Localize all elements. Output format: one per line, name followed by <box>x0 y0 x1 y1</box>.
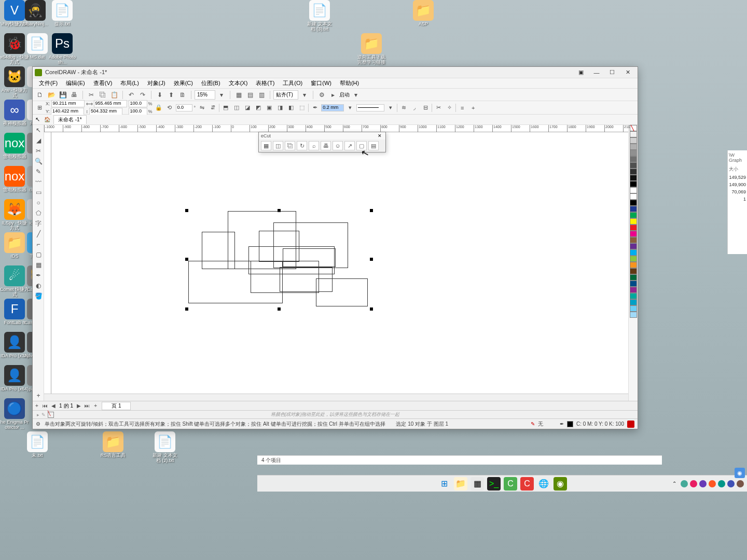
desktop-icon[interactable]: 🥷BinaryNinj... <box>21 0 50 27</box>
freehand-tool[interactable]: ✎ <box>33 166 44 177</box>
new-page-button[interactable]: + <box>91 403 100 409</box>
object-origin-icon[interactable]: ⊞ <box>35 103 44 113</box>
intersect-button[interactable]: ◩ <box>254 103 263 113</box>
pos-x-input[interactable]: 90.211 mm <box>51 100 85 107</box>
desktop-icon[interactable]: 📄新建 文本文档 (2).txt <box>150 431 179 464</box>
maximize-button[interactable]: ☐ <box>604 67 620 78</box>
launch-icon[interactable]: ▸ <box>328 90 338 100</box>
mirror-v-button[interactable]: ⇵ <box>208 103 217 113</box>
smart-fill-tool[interactable]: 🪣 <box>33 291 44 301</box>
connector-tool[interactable]: ⌐ <box>33 239 44 249</box>
polygon-tool[interactable]: ⬠ <box>33 208 44 218</box>
zoom-dropdown[interactable]: 15% <box>195 90 215 100</box>
save-button[interactable]: 💾 <box>58 90 68 100</box>
close-button[interactable]: ✕ <box>620 67 635 78</box>
line-style-dropdown[interactable] <box>356 104 384 111</box>
home-icon[interactable]: 🏠 <box>42 117 52 122</box>
palette-chevron-icon[interactable]: ▸ <box>37 412 39 417</box>
desktop-icon[interactable]: 📄提示.txt <box>48 0 77 27</box>
grid-button[interactable]: ▤ <box>245 90 255 100</box>
drawing-canvas[interactable] <box>51 132 628 394</box>
explorer-button[interactable]: 📁 <box>454 477 467 491</box>
color-swatch[interactable] <box>630 169 637 175</box>
ecut-refresh-button[interactable]: ↻ <box>297 141 307 150</box>
scale-x-input[interactable]: 100.0 <box>129 100 147 107</box>
ellipse-tool[interactable]: ○ <box>33 198 44 208</box>
transparency-tool[interactable]: ▦ <box>33 260 44 270</box>
last-page-button[interactable]: ⏭ <box>83 403 91 409</box>
menu-item[interactable]: 位图(B) <box>197 78 225 88</box>
color-swatch[interactable] <box>630 299 637 305</box>
eyedropper-tool[interactable]: ✒ <box>33 270 44 281</box>
ecut-path-button[interactable]: ↗ <box>344 141 355 150</box>
fill-tool[interactable]: ◐ <box>33 281 44 291</box>
redo-button[interactable]: ↷ <box>137 90 148 100</box>
menu-item[interactable]: 表格(T) <box>252 78 279 88</box>
prev-page-button[interactable]: ◀ <box>49 403 58 409</box>
desktop-icon[interactable]: 🔵he Enigma Protector ... <box>0 398 29 430</box>
corner-badge-icon[interactable]: ◉ <box>735 468 745 478</box>
desktop-icon[interactable]: PsAdobe Photosh... <box>48 33 77 65</box>
snap-chevron-icon[interactable]: ▾ <box>299 90 310 100</box>
desktop-icon[interactable]: 📄未.txt <box>23 431 52 458</box>
ecut-face-button[interactable]: ☺ <box>333 141 343 150</box>
document-tab[interactable]: 未命名 -1* <box>53 115 87 124</box>
next-page-button[interactable]: ▶ <box>75 403 83 409</box>
launch-chevron-icon[interactable]: ▾ <box>351 90 361 100</box>
new-file-button[interactable]: 🗋 <box>35 90 45 100</box>
simplify-button[interactable]: ▣ <box>265 103 274 113</box>
snap-dropdown[interactable]: 贴齐(T) <box>273 90 298 100</box>
color-swatch[interactable] <box>630 305 637 312</box>
no-color-swatch[interactable]: ╲ <box>630 125 637 131</box>
lock-ratio-icon[interactable]: 🔒 <box>154 103 163 113</box>
color-swatch[interactable] <box>630 193 637 200</box>
open-file-button[interactable]: 📂 <box>46 90 57 100</box>
chrome-button[interactable]: 🌐 <box>537 477 550 491</box>
ecut-dup-button[interactable]: ⿻ <box>285 141 295 150</box>
outline-width-input[interactable]: 0.2 mm <box>321 104 344 111</box>
horizontal-scrollbar[interactable] <box>44 394 628 401</box>
color-swatch[interactable] <box>630 312 637 318</box>
color-swatch[interactable] <box>630 268 637 274</box>
desktop-icon[interactable]: 📁RS语言工具 <box>99 431 128 458</box>
order-front-button[interactable]: ⬒ <box>221 103 230 113</box>
color-proof-icon[interactable] <box>627 421 634 428</box>
zoom-chevron-icon[interactable]: ▾ <box>216 90 227 100</box>
tray-app-1[interactable] <box>681 480 688 487</box>
color-swatch[interactable] <box>630 274 637 281</box>
window-titlebar[interactable]: CorelDRAW - 未命名 -1* ▣ — ☐ ✕ <box>33 67 638 78</box>
color-swatch[interactable] <box>630 293 637 299</box>
coreldraw-button[interactable]: ◉ <box>554 477 567 491</box>
add-button[interactable]: + <box>468 103 478 113</box>
width-input[interactable]: 955.465 mm <box>94 100 127 107</box>
menu-item[interactable]: 查看(V) <box>89 78 117 88</box>
color-swatch[interactable] <box>630 212 637 218</box>
rectangle-tool[interactable]: ▭ <box>33 187 44 198</box>
zoom-tool[interactable]: 🔍 <box>33 156 44 166</box>
color-swatch[interactable] <box>630 287 637 293</box>
color-swatch[interactable] <box>630 181 637 187</box>
color-swatch[interactable] <box>630 237 637 243</box>
color-swatch[interactable] <box>630 156 637 162</box>
menu-item[interactable]: 编辑(E) <box>62 78 89 88</box>
color-swatch[interactable] <box>630 162 637 169</box>
desktop-icon[interactable]: 📁逆向工具下载 完整学习链接 <box>357 33 386 65</box>
crop-tool[interactable]: ✂ <box>33 146 44 156</box>
front-minus-back-button[interactable]: ◨ <box>275 103 285 113</box>
ecut-titlebar[interactable]: eCut ✕ <box>259 132 385 139</box>
add-tool-button[interactable]: + <box>33 390 44 401</box>
outline-color-swatch[interactable] <box>567 421 573 427</box>
color-swatch[interactable] <box>630 150 637 156</box>
scale-y-input[interactable]: 100.0 <box>129 108 147 115</box>
no-fill-swatch[interactable]: ╲ <box>48 412 54 418</box>
guides-button[interactable]: ▥ <box>256 90 267 100</box>
ecut-panel[interactable]: eCut ✕ ▦ ◫ ⿻ ↻ ⌕ 🖶 ☺ ↗ ▢ ▤ <box>258 132 386 152</box>
trim-button[interactable]: ◪ <box>243 103 252 113</box>
pick-tool[interactable]: ↖ <box>33 125 44 135</box>
selection-handle[interactable] <box>278 307 281 311</box>
menu-item[interactable]: 工具(O) <box>279 78 307 88</box>
selection-handle[interactable] <box>370 307 373 311</box>
color-swatch[interactable] <box>630 243 637 249</box>
dropshadow-tool[interactable]: ▢ <box>33 249 44 260</box>
page-tab[interactable]: 页 1 <box>102 402 131 410</box>
